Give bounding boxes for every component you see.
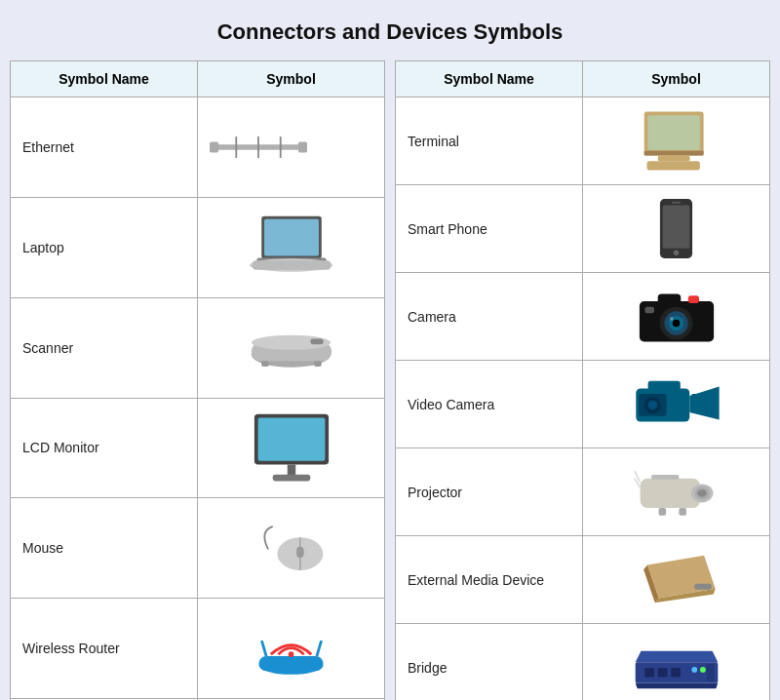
- wireless-router-icon: [210, 614, 372, 682]
- table-row: External Media Device: [396, 536, 770, 624]
- svg-rect-86: [706, 664, 714, 681]
- svg-rect-15: [261, 361, 269, 367]
- svg-rect-72: [658, 508, 666, 516]
- table-row: LCD Monitor: [11, 398, 385, 498]
- svg-rect-23: [296, 546, 304, 557]
- laptop-icon: [210, 214, 372, 282]
- svg-rect-71: [650, 475, 678, 480]
- table-row: Laptop: [11, 197, 385, 297]
- device-symbol: [583, 97, 770, 185]
- device-name: Bridge: [396, 624, 583, 701]
- lcd-monitor-icon: [210, 413, 372, 482]
- external-media-icon: [595, 546, 758, 614]
- svg-marker-78: [635, 650, 718, 662]
- svg-rect-46: [647, 161, 700, 170]
- page-title: Connectors and Devices Symbols: [217, 19, 564, 45]
- camera-icon: [595, 283, 758, 351]
- table-row: Scanner: [11, 297, 385, 398]
- device-name: Video Camera: [396, 361, 583, 448]
- table-row: Wireless Router: [11, 599, 385, 699]
- svg-point-57: [669, 317, 673, 321]
- left-table: Symbol Name Symbol Ethernet: [10, 60, 385, 700]
- right-table: Symbol Name Symbol Terminal: [395, 60, 770, 700]
- svg-rect-7: [264, 218, 319, 255]
- device-symbol: [198, 97, 385, 198]
- device-symbol: [198, 297, 385, 398]
- right-col1-header: Symbol Name: [396, 61, 583, 97]
- svg-rect-43: [647, 115, 699, 150]
- svg-rect-19: [287, 464, 294, 475]
- table-row: Bridge: [396, 624, 770, 701]
- svg-rect-64: [647, 381, 680, 390]
- left-col1-header: Symbol Name: [11, 61, 198, 97]
- svg-rect-77: [694, 583, 711, 589]
- table-row: Video Camera: [396, 361, 770, 448]
- table-row: Projector: [396, 448, 770, 536]
- svg-rect-16: [314, 361, 322, 367]
- terminal-icon: [595, 107, 758, 175]
- device-name: Wireless Router: [11, 599, 198, 699]
- svg-rect-44: [644, 151, 704, 156]
- right-col2-header: Symbol: [583, 61, 770, 97]
- device-name: Camera: [396, 273, 583, 361]
- device-name: External Media Device: [396, 536, 583, 624]
- device-symbol: [198, 398, 385, 498]
- svg-rect-20: [272, 475, 310, 482]
- svg-rect-50: [672, 202, 681, 204]
- svg-point-84: [691, 667, 697, 673]
- device-symbol: [198, 197, 385, 297]
- table-row: Mouse: [11, 498, 385, 599]
- svg-rect-14: [310, 339, 323, 345]
- table-row: Ethernet: [11, 97, 385, 198]
- device-symbol: [583, 536, 770, 624]
- device-name: Laptop: [11, 197, 198, 297]
- bridge-icon: [595, 634, 758, 701]
- ethernet-icon: [210, 133, 307, 162]
- svg-rect-82: [657, 668, 667, 678]
- svg-marker-66: [689, 386, 719, 419]
- svg-point-70: [697, 489, 706, 497]
- mouse-icon: [210, 514, 372, 582]
- svg-rect-73: [679, 508, 686, 516]
- svg-line-27: [261, 641, 266, 656]
- svg-rect-18: [257, 417, 325, 460]
- device-symbol: [583, 273, 770, 361]
- scanner-icon: [210, 314, 372, 382]
- svg-point-26: [288, 651, 293, 657]
- svg-rect-81: [644, 668, 654, 678]
- svg-rect-10: [252, 260, 331, 269]
- svg-rect-59: [687, 295, 698, 303]
- svg-point-49: [674, 251, 680, 256]
- device-symbol: [198, 498, 385, 599]
- svg-point-63: [647, 401, 656, 409]
- video-camera-icon: [595, 370, 758, 439]
- table-row: Terminal: [396, 97, 770, 185]
- svg-rect-5: [298, 141, 307, 152]
- svg-line-28: [316, 641, 321, 656]
- svg-point-56: [672, 319, 680, 327]
- svg-point-85: [700, 667, 706, 673]
- device-symbol: [583, 624, 770, 701]
- tables-container: Symbol Name Symbol Ethernet: [10, 60, 770, 700]
- svg-rect-83: [671, 668, 681, 678]
- device-name: Mouse: [11, 498, 198, 599]
- device-name: LCD Monitor: [11, 398, 198, 498]
- svg-rect-58: [644, 306, 653, 313]
- svg-marker-80: [635, 682, 718, 688]
- device-name: Projector: [396, 448, 583, 536]
- table-row: Camera: [396, 273, 770, 361]
- device-symbol: [583, 448, 770, 536]
- device-symbol: [198, 599, 385, 699]
- svg-rect-25: [258, 656, 323, 671]
- device-name: Smart Phone: [396, 185, 583, 273]
- svg-rect-48: [663, 206, 690, 249]
- svg-rect-52: [657, 293, 681, 306]
- device-name: Terminal: [396, 97, 583, 185]
- smartphone-icon: [595, 195, 758, 263]
- device-name: Scanner: [11, 297, 198, 398]
- svg-rect-4: [210, 141, 218, 152]
- device-symbol: [583, 185, 770, 273]
- device-name: Ethernet: [11, 97, 198, 198]
- left-col2-header: Symbol: [198, 61, 385, 97]
- projector-icon: [595, 458, 758, 526]
